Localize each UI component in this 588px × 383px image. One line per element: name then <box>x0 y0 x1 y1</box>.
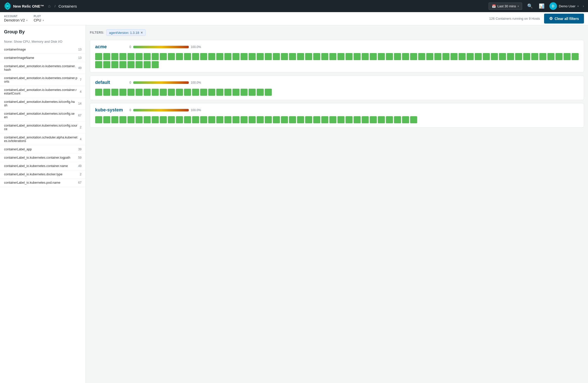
sidebar-item[interactable]: containerLabel_annotation.scheduler.alph… <box>0 133 86 145</box>
container-tile[interactable] <box>224 89 231 96</box>
container-tile[interactable] <box>249 116 256 123</box>
container-tile[interactable] <box>515 53 522 60</box>
container-tile[interactable] <box>386 116 393 123</box>
container-tile[interactable] <box>297 53 304 60</box>
container-tile[interactable] <box>119 89 126 96</box>
container-tile[interactable] <box>273 53 280 60</box>
container-tile[interactable] <box>224 53 231 60</box>
sidebar-item[interactable]: containerLabel_annotation.io.kubernetes.… <box>0 74 86 86</box>
container-tile[interactable] <box>192 53 199 60</box>
sidebar-item[interactable]: containerLabel_annotation.io.kubernetes.… <box>0 62 86 74</box>
container-tile[interactable] <box>216 116 223 123</box>
container-tile[interactable] <box>208 89 215 96</box>
container-tile[interactable] <box>459 53 466 60</box>
container-tile[interactable] <box>152 89 159 96</box>
time-range-button[interactable]: 📅 Last 30 mins ▾ <box>489 3 522 10</box>
container-tile[interactable] <box>547 53 554 60</box>
container-tile[interactable] <box>240 116 248 123</box>
container-tile[interactable] <box>144 89 151 96</box>
search-icon[interactable]: 🔍 <box>526 2 534 10</box>
container-tile[interactable] <box>111 89 118 96</box>
container-tile[interactable] <box>313 53 320 60</box>
container-tile[interactable] <box>555 53 563 60</box>
container-tile[interactable] <box>103 53 110 60</box>
container-tile[interactable] <box>329 53 336 60</box>
container-tile[interactable] <box>345 116 353 123</box>
container-tile[interactable] <box>289 53 296 60</box>
container-tile[interactable] <box>531 53 538 60</box>
container-tile[interactable] <box>232 53 239 60</box>
container-tile[interactable] <box>475 53 482 60</box>
container-tile[interactable] <box>370 116 377 123</box>
container-tile[interactable] <box>136 116 143 123</box>
container-tile[interactable] <box>95 61 102 68</box>
sidebar-item[interactable]: containerLabel_annotation.kubernetes.io/… <box>0 110 86 122</box>
container-tile[interactable] <box>362 116 369 123</box>
container-tile[interactable] <box>111 61 118 68</box>
container-tile[interactable] <box>281 53 288 60</box>
container-tile[interactable] <box>354 53 361 60</box>
container-tile[interactable] <box>434 53 441 60</box>
container-tile[interactable] <box>192 116 199 123</box>
container-tile[interactable] <box>176 89 183 96</box>
container-tile[interactable] <box>418 53 425 60</box>
container-tile[interactable] <box>216 53 223 60</box>
filter-remove-button[interactable]: × <box>141 31 143 35</box>
clear-filters-button[interactable]: ⚙ Clear all filters <box>544 14 584 23</box>
container-tile[interactable] <box>160 116 167 123</box>
container-tile[interactable] <box>208 53 215 60</box>
container-tile[interactable] <box>337 116 344 123</box>
container-tile[interactable] <box>265 53 272 60</box>
sidebar-item[interactable]: containerLabel_app 39 <box>0 145 86 154</box>
container-tile[interactable] <box>257 89 264 96</box>
sidebar-item[interactable]: containerLabel_io.kubernetes.pod.name 67 <box>0 179 86 187</box>
container-tile[interactable] <box>507 53 514 60</box>
container-tile[interactable] <box>136 89 143 96</box>
container-tile[interactable] <box>378 53 385 60</box>
none-option[interactable]: None: Show CPU, Memory and Disk I/O <box>0 38 86 45</box>
sidebar-item[interactable]: containerImageName 13 <box>0 54 86 62</box>
container-tile[interactable] <box>257 116 264 123</box>
container-tile[interactable] <box>127 53 135 60</box>
container-tile[interactable] <box>345 53 353 60</box>
container-tile[interactable] <box>240 89 248 96</box>
container-tile[interactable] <box>200 53 207 60</box>
container-tile[interactable] <box>321 53 328 60</box>
container-tile[interactable] <box>176 116 183 123</box>
container-tile[interactable] <box>265 89 272 96</box>
container-tile[interactable] <box>127 116 135 123</box>
container-tile[interactable] <box>111 116 118 123</box>
container-tile[interactable] <box>127 61 135 68</box>
container-tile[interactable] <box>257 53 264 60</box>
user-menu-button[interactable]: D Demo User ▾ <box>549 2 579 10</box>
container-tile[interactable] <box>305 53 312 60</box>
container-tile[interactable] <box>127 89 135 96</box>
container-tile[interactable] <box>370 53 377 60</box>
container-tile[interactable] <box>95 89 102 96</box>
container-tile[interactable] <box>281 116 288 123</box>
container-tile[interactable] <box>184 53 191 60</box>
container-tile[interactable] <box>265 116 272 123</box>
sidebar-item[interactable]: containerLabel_io.kubernetes.docker.type… <box>0 170 86 179</box>
container-tile[interactable] <box>450 53 458 60</box>
container-tile[interactable] <box>394 116 401 123</box>
container-tile[interactable] <box>273 116 280 123</box>
container-tile[interactable] <box>297 116 304 123</box>
container-tile[interactable] <box>160 53 167 60</box>
container-tile[interactable] <box>467 53 474 60</box>
plot-dropdown[interactable]: CPU ▾ <box>34 18 44 22</box>
container-tile[interactable] <box>208 116 215 123</box>
container-tile[interactable] <box>119 116 126 123</box>
container-tile[interactable] <box>386 53 393 60</box>
container-tile[interactable] <box>249 89 256 96</box>
chart-icon[interactable]: 📊 <box>538 2 545 10</box>
container-tile[interactable] <box>136 61 143 68</box>
container-tile[interactable] <box>232 89 239 96</box>
container-tile[interactable] <box>249 53 256 60</box>
container-tile[interactable] <box>572 53 579 60</box>
container-tile[interactable] <box>329 116 336 123</box>
container-tile[interactable] <box>491 53 498 60</box>
container-tile[interactable] <box>402 116 409 123</box>
container-tile[interactable] <box>95 53 102 60</box>
container-tile[interactable] <box>426 53 433 60</box>
